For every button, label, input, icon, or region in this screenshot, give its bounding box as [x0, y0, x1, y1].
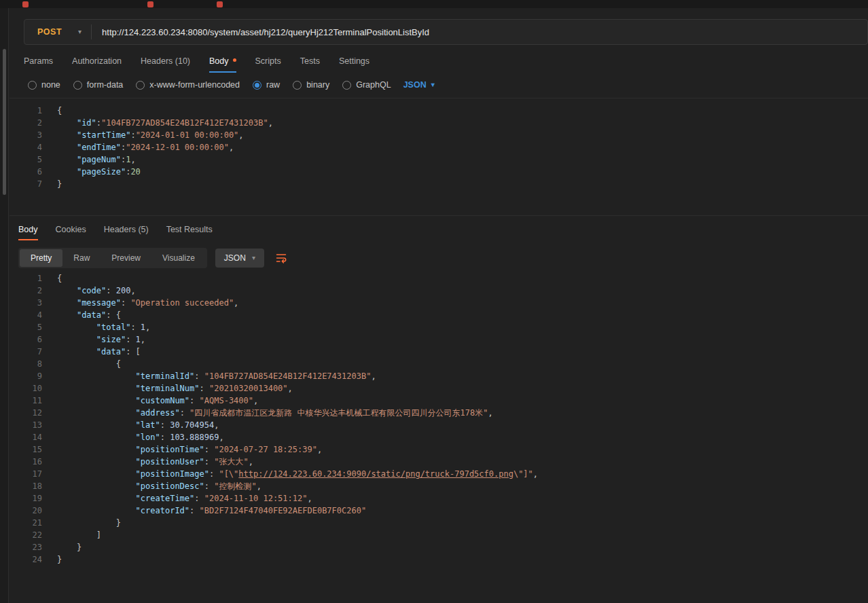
- code-token: :: [200, 384, 209, 393]
- code-content: }: [42, 517, 121, 529]
- response-body-viewer[interactable]: 1{2 "code": 200,3 "message": "Operation …: [10, 268, 868, 579]
- tab-label: Tests: [300, 56, 320, 66]
- response-image-link[interactable]: http://124.223.60.234:9090/static/png/tr…: [238, 469, 513, 479]
- code-token: "2024-11-10 12:51:12": [204, 494, 308, 503]
- body-mode-none[interactable]: none: [28, 80, 60, 90]
- code-line: 3 "message": "Operation succeeded",: [10, 297, 868, 309]
- request-tab-authorization[interactable]: Authorization: [72, 56, 122, 73]
- line-number: 5: [10, 321, 42, 333]
- code-content: "createTime": "2024-11-10 12:51:12",: [42, 492, 312, 505]
- code-token: "data": [77, 310, 106, 320]
- request-language-dropdown[interactable]: JSON ▾: [403, 80, 435, 90]
- code-token: "20210320013400": [209, 384, 288, 393]
- request-body-editor[interactable]: 1{2 "id":"104FB727AD854E24B12F412E743120…: [10, 98, 868, 215]
- response-tab-headers-5[interactable]: Headers (5): [104, 225, 149, 240]
- code-token: ,: [253, 396, 258, 405]
- line-number: 7: [10, 346, 42, 358]
- line-number: 10: [10, 382, 42, 395]
- line-number: 15: [10, 443, 42, 456]
- response-view-preview[interactable]: Preview: [101, 249, 151, 267]
- code-token: "creatorId": [136, 506, 189, 515]
- mode-label: raw: [266, 80, 280, 90]
- request-tab-headers-10[interactable]: Headers (10): [141, 56, 190, 73]
- tab-label: Scripts: [255, 56, 281, 66]
- response-toolbar: PrettyRawPreviewVisualize JSON ▾: [10, 240, 868, 268]
- code-content: "data": [: [42, 346, 141, 358]
- line-number: 4: [10, 141, 42, 153]
- body-mode-x-www-form-urlencoded[interactable]: x-www-form-urlencoded: [136, 80, 240, 90]
- code-token: ,: [145, 323, 150, 332]
- request-tab-body[interactable]: Body: [209, 56, 236, 73]
- line-number: 2: [10, 285, 42, 297]
- code-content: "address": "四川省成都市温江区龙新路 中核华兴达丰机械工程有限公司四…: [42, 407, 493, 419]
- body-mode-form-data[interactable]: form-data: [73, 80, 124, 90]
- code-content: "id":"104FB727AD854E24B12F412E7431203B",: [42, 117, 273, 129]
- code-line: 12 "address": "四川省成都市温江区龙新路 中核华兴达丰机械工程有限…: [10, 407, 868, 419]
- code-token: ,: [130, 155, 135, 164]
- line-number: 3: [10, 129, 42, 141]
- code-line: 7}: [10, 178, 868, 190]
- response-tab-cookies[interactable]: Cookies: [56, 225, 86, 240]
- request-tab-settings[interactable]: Settings: [339, 56, 369, 73]
- response-view-switcher: PrettyRawPreviewVisualize: [18, 248, 207, 268]
- request-url-input[interactable]: http://124.223.60.234:8080/system/asset/…: [92, 27, 429, 37]
- response-format-dropdown[interactable]: JSON ▾: [215, 249, 264, 268]
- tab-indicator-icon: [22, 1, 29, 7]
- response-tab-body[interactable]: Body: [18, 225, 38, 240]
- tab-label: Settings: [339, 56, 369, 66]
- code-line: 14 "lon": 103.888969,: [10, 431, 868, 443]
- tab-label: Test Results: [166, 225, 213, 234]
- code-content: "terminalNum": "20210320013400",: [42, 382, 293, 395]
- response-format-label: JSON: [224, 253, 246, 263]
- method-selector[interactable]: POST ▾: [24, 27, 91, 37]
- code-token: {: [116, 359, 121, 369]
- code-content: "lon": 103.888969,: [42, 431, 224, 443]
- code-token: "data": [96, 347, 126, 357]
- code-token: "2024-07-27 18:25:39": [214, 445, 317, 454]
- chevron-down-icon: ▾: [78, 29, 82, 35]
- code-token: 1: [136, 335, 141, 344]
- code-token: "104FB727AD854E24B12F412E7431203B": [204, 371, 372, 381]
- code-token: }: [57, 555, 62, 564]
- code-token: \"]": [513, 469, 533, 479]
- response-tab-test-results[interactable]: Test Results: [166, 225, 213, 240]
- code-content: "total": 1,: [42, 321, 150, 333]
- code-token: ]: [96, 530, 101, 540]
- code-token: 1: [141, 323, 145, 332]
- code-line: 19 "createTime": "2024-11-10 12:51:12",: [10, 492, 868, 505]
- code-token: "positionImage": [136, 469, 209, 479]
- response-view-raw[interactable]: Raw: [62, 249, 101, 267]
- code-content: ]: [42, 529, 101, 541]
- response-view-visualize[interactable]: Visualize: [151, 249, 206, 267]
- code-content: "pageSize":20: [42, 166, 141, 178]
- chevron-down-icon: ▾: [252, 255, 255, 261]
- code-content: "customNum": "AQMS-3400",: [42, 395, 258, 407]
- code-token: : [: [126, 347, 141, 357]
- code-token: :: [130, 130, 135, 140]
- response-view-pretty[interactable]: Pretty: [20, 249, 62, 267]
- line-number: 6: [10, 166, 42, 178]
- line-number: 17: [10, 468, 42, 480]
- code-content: "creatorId": "BD2F7124F47040FE92AEFDE0B7…: [42, 505, 366, 517]
- code-line: 21 }: [10, 517, 868, 529]
- request-tab-params[interactable]: Params: [24, 56, 53, 73]
- code-content: "startTime":"2024-01-01 00:00:00",: [42, 129, 244, 141]
- request-tab-scripts[interactable]: Scripts: [255, 56, 281, 73]
- code-content: {: [42, 105, 62, 117]
- body-mode-graphql[interactable]: GraphQL: [342, 80, 391, 90]
- request-tab-tests[interactable]: Tests: [300, 56, 320, 73]
- wrap-text-button[interactable]: [272, 249, 290, 267]
- code-token: "BD2F7124F47040FE92AEFDE0B7F0C260": [200, 506, 367, 515]
- code-token: :: [209, 469, 219, 479]
- code-token: "AQMS-3400": [200, 396, 253, 405]
- code-token: "四川省成都市温江区龙新路 中核华兴达丰机械工程有限公司四川分公司东178米": [189, 408, 488, 418]
- code-token: }: [116, 518, 121, 528]
- body-mode-binary[interactable]: binary: [293, 80, 329, 90]
- code-token: ,: [141, 335, 145, 344]
- code-line: 6 "pageSize":20: [10, 166, 868, 178]
- scrollbar-thumb[interactable]: [3, 49, 6, 195]
- body-mode-row: noneform-datax-www-form-urlencodedrawbin…: [10, 73, 868, 90]
- body-mode-raw[interactable]: raw: [253, 80, 280, 90]
- method-label: POST: [37, 27, 62, 37]
- tab-label: Headers (5): [104, 225, 149, 234]
